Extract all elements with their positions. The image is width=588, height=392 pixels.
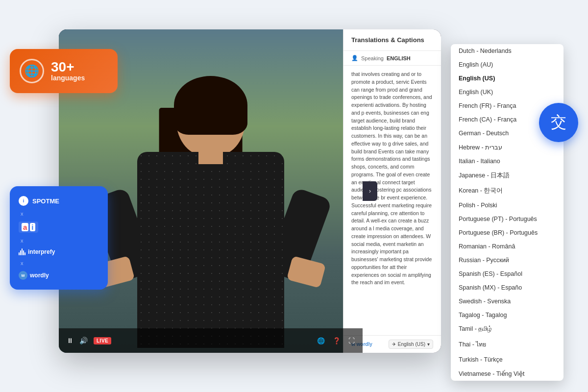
wordly-icon: w [19, 271, 27, 280]
fullscreen-button[interactable]: ⛶ [348, 337, 355, 344]
play-pause-button[interactable]: ⏸ [67, 337, 74, 344]
language-list: Dutch - NederlandsEnglish (AU)English (U… [451, 44, 564, 381]
language-count: 30+ [51, 60, 85, 74]
languages-card: 🌐 30+ languages [10, 49, 118, 93]
language-option[interactable]: Portuguese (PT) - Português [451, 212, 564, 226]
language-option[interactable]: Spanish (ES) - Español [451, 267, 564, 281]
spotme-label: SPOTME [32, 197, 59, 205]
x-separator-2: x [19, 238, 99, 244]
interprefy-row: interprefy [19, 248, 99, 255]
language-dropdown[interactable]: Dutch - NederlandsEnglish (AU)English (U… [451, 44, 564, 381]
language-selector[interactable]: ✈ English (US) ▾ [389, 340, 433, 349]
volume-button[interactable]: 🔊 [79, 337, 88, 344]
person-body [137, 152, 284, 348]
language-option[interactable]: Spanish (MX) - Españo [451, 281, 564, 294]
x-separator-3: x [19, 260, 99, 266]
hair-top [174, 76, 247, 135]
language-option[interactable]: Polish - Polski [451, 198, 564, 212]
spotme-row: i SPOTME [19, 196, 99, 206]
language-option[interactable]: Romanian - Română [451, 240, 564, 253]
language-option[interactable]: Italian - Italiano [451, 154, 564, 168]
dropdown-arrow-icon: ▾ [427, 342, 430, 347]
language-option[interactable]: Japanese - 日本語 [451, 168, 564, 183]
wordly-row: w wordly [19, 271, 99, 280]
wordly-label: wordly [30, 272, 49, 279]
user-icon: 👤 [351, 55, 358, 61]
panel-content: that involves creating and or to promote… [343, 66, 441, 335]
language-option[interactable]: Hebrew - עברית [451, 140, 564, 154]
hand-right [287, 256, 326, 288]
interprefy-label: interprefy [28, 248, 55, 255]
language-option[interactable]: Swedish - Svenska [451, 294, 564, 308]
ai-i-letter: i [30, 223, 35, 231]
speaking-language: ENGLISH [387, 55, 411, 61]
language-option[interactable]: English (UK) [451, 85, 564, 99]
speaking-prefix: Speaking [361, 55, 384, 61]
language-option[interactable]: Portuguese (BR) - Português [451, 226, 564, 240]
person-neck [198, 149, 223, 164]
nav-icon: ✈ [392, 342, 396, 347]
language-option[interactable]: Thai - ไทย [451, 336, 564, 353]
live-badge: LIVE [94, 337, 111, 344]
x-separator-1: x [19, 211, 99, 217]
right-controls: 🌐 ❓ ⛶ [317, 337, 355, 344]
selected-language: English (US) [398, 342, 425, 347]
language-label: languages [51, 74, 85, 82]
interprefy-waves-icon [19, 248, 25, 255]
globe-control-button[interactable]: 🌐 [317, 337, 325, 344]
language-option[interactable]: English (US) [451, 72, 564, 85]
panel-title: Translations & Captions [343, 29, 441, 51]
language-option[interactable]: Turkish - Türkçe [451, 353, 564, 367]
language-option[interactable]: Dutch - Nederlands [451, 44, 564, 58]
ai-row: a i [19, 221, 99, 233]
spotme-icon: i [19, 196, 28, 206]
translation-badge: 交 [539, 103, 578, 142]
language-option[interactable]: Korean - 한국어 [451, 183, 564, 198]
translations-panel: Translations & Captions 👤 Speaking ENGLI… [343, 29, 441, 353]
partners-card: i SPOTME x a i x interprefy x w wordly [10, 186, 108, 290]
language-option[interactable]: Russian - Русский [451, 253, 564, 267]
transcript-text: that involves creating and or to promote… [351, 71, 433, 287]
language-option[interactable]: Vietnamese - Tiếng Việt [451, 367, 564, 381]
expand-sidebar-button[interactable]: › [363, 181, 377, 201]
speaking-indicator: 👤 Speaking ENGLISH [343, 51, 441, 66]
language-option[interactable]: Tagalog - Tagalog [451, 308, 564, 322]
person-figure [93, 69, 328, 353]
language-option[interactable]: Tamil - தமிழ் [451, 322, 564, 336]
ai-a-letter: a [22, 223, 28, 231]
translation-icon: 交 [551, 112, 566, 133]
language-option[interactable]: English (AU) [451, 58, 564, 72]
globe-icon: 🌐 [20, 59, 44, 83]
video-controls-bar: ⏸ 🔊 LIVE 🌐 ❓ ⛶ [59, 328, 363, 353]
help-button[interactable]: ❓ [333, 337, 341, 344]
